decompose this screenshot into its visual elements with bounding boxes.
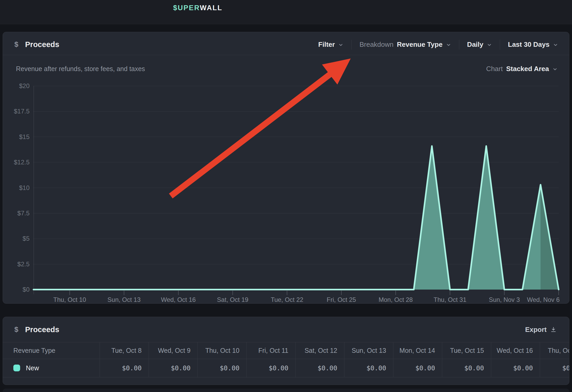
export-button[interactable]: Export (525, 326, 557, 334)
dollar-icon: $ (14, 41, 18, 49)
logo-prefix: $UPER (173, 4, 200, 12)
column-header: Tue, Oct 15 (442, 342, 491, 359)
table-panel-title: Proceeds (25, 325, 59, 334)
chart-plot-area[interactable] (33, 86, 559, 290)
breakdown-label: Breakdown (359, 41, 393, 49)
next-panel-peek (3, 389, 569, 392)
column-header: Sat, Oct 12 (295, 342, 344, 359)
date-range-value: Last 30 Days (508, 41, 550, 49)
chart-type-value: Stacked Area (506, 65, 549, 73)
divider (351, 40, 352, 50)
chart-panel-title: Proceeds (25, 40, 59, 49)
table-panel-header: $ Proceeds Export (3, 317, 569, 342)
chart-subtitle: Revenue after refunds, store fees, and t… (16, 65, 145, 73)
y-axis: $0$2.5$5$7.5$10$12.5$15$17.5$20 (11, 86, 30, 290)
proceeds-chart-panel: $ Proceeds Filter Breakdown Revenue Type… (3, 32, 569, 304)
superwall-logo[interactable]: $UPERWALL (173, 4, 223, 12)
column-header: Thu, Oct 10 (197, 342, 246, 359)
row-label: New (26, 364, 39, 372)
chevron-down-icon (552, 67, 558, 72)
area-chart-svg (33, 86, 559, 290)
divider (459, 40, 459, 50)
x-tick-label: Mon, Oct 28 (378, 296, 413, 304)
chevron-down-icon (338, 42, 343, 48)
page: $UPERWALL $ Proceeds Filter Breakdown Re… (0, 0, 572, 392)
x-tick-label: Tue, Oct 22 (271, 296, 303, 304)
chevron-down-icon (446, 42, 451, 48)
column-header: Thu, Oct 17 (540, 342, 569, 359)
chart-type-dropdown[interactable]: Chart Stacked Area (486, 65, 558, 73)
column-header: Sun, Oct 13 (344, 342, 393, 359)
legend-swatch (13, 365, 20, 371)
breakdown-dropdown[interactable]: Breakdown Revenue Type (359, 41, 451, 49)
row-label-cell: New (3, 359, 100, 377)
y-tick-label: $0 (11, 286, 30, 293)
table-cell: $0.00 (540, 359, 569, 377)
table-cell: $0.00 (149, 359, 197, 377)
y-tick-label: $10 (11, 184, 30, 192)
table-cell: $0.00 (491, 359, 540, 377)
proceeds-table-panel: $ Proceeds Export Revenue TypeTue, Oct 8… (3, 317, 569, 385)
table-cell: $0.00 (100, 359, 149, 377)
table-row[interactable]: New$0.00$0.00$0.00$0.00$0.00$0.00$0.00$0… (3, 359, 569, 377)
column-header: Revenue Type (3, 342, 100, 359)
table-cell: $0.00 (295, 359, 344, 377)
y-tick-label: $5 (11, 235, 30, 243)
area-fill (33, 146, 559, 290)
date-range-dropdown[interactable]: Last 30 Days (508, 41, 558, 49)
y-tick-label: $7.5 (11, 209, 30, 217)
table-cell: $0.00 (344, 359, 393, 377)
chevron-down-icon (553, 42, 558, 48)
chart-panel-header: $ Proceeds Filter Breakdown Revenue Type… (3, 32, 569, 55)
x-tick-label: Sun, Nov 3 (489, 296, 520, 304)
logo-suffix: WALL (200, 4, 222, 12)
export-label: Export (525, 326, 547, 334)
interval-dropdown[interactable]: Daily (467, 41, 492, 49)
x-tick-label: Thu, Oct 31 (434, 296, 466, 304)
x-tick-label: Thu, Oct 10 (53, 296, 86, 304)
column-header: Wed, Oct 9 (149, 342, 197, 359)
download-icon (550, 326, 557, 333)
divider (500, 40, 500, 50)
table-header-row: Revenue TypeTue, Oct 8Wed, Oct 9Thu, Oct… (3, 342, 569, 359)
top-nav: $UPERWALL (0, 0, 572, 24)
column-header: Fri, Oct 11 (246, 342, 295, 359)
table-cell: $0.00 (442, 359, 491, 377)
filter-dropdown[interactable]: Filter (318, 41, 344, 49)
filter-label: Filter (318, 41, 335, 49)
x-tick-label: Fri, Oct 25 (327, 296, 356, 304)
y-tick-label: $20 (11, 82, 30, 90)
column-header: Wed, Oct 16 (491, 342, 540, 359)
column-header: Tue, Oct 8 (100, 342, 149, 359)
breakdown-value: Revenue Type (397, 41, 443, 49)
table-cell: $0.00 (246, 359, 295, 377)
dollar-icon: $ (14, 326, 18, 334)
table-cell: $0.00 (393, 359, 442, 377)
chevron-down-icon (487, 42, 492, 48)
x-tick-label: Sat, Oct 19 (217, 296, 248, 304)
y-tick-label: $17.5 (11, 107, 30, 115)
x-tick-label: Wed, Oct 16 (161, 296, 196, 304)
column-header: Mon, Oct 14 (393, 342, 442, 359)
y-tick-label: $12.5 (11, 158, 30, 166)
x-tick-label: Wed, Nov 6 (527, 296, 560, 304)
x-axis: Thu, Oct 10Sun, Oct 13Wed, Oct 16Sat, Oc… (33, 296, 559, 304)
y-tick-label: $15 (11, 133, 30, 141)
chart-type-label: Chart (486, 65, 503, 73)
x-tick-label: Sun, Oct 13 (107, 296, 141, 304)
y-tick-label: $2.5 (11, 260, 30, 268)
proceeds-table: Revenue TypeTue, Oct 8Wed, Oct 9Thu, Oct… (3, 342, 569, 377)
table-cell: $0.00 (197, 359, 246, 377)
chart-controls: Filter Breakdown Revenue Type Daily Last… (318, 40, 558, 50)
interval-value: Daily (467, 41, 483, 49)
